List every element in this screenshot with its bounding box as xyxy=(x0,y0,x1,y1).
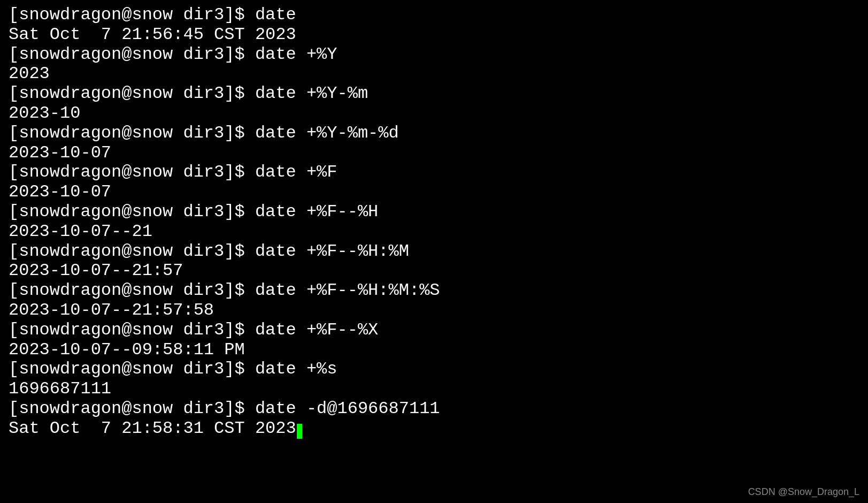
terminal-output-line: 2023-10-07--21:57 xyxy=(9,261,859,281)
terminal-prompt: [snowdragon@snow dir3]$ date +%Y-%m-%d xyxy=(9,124,859,143)
terminal-prompt: [snowdragon@snow dir3]$ date +%Y-%m xyxy=(9,84,859,104)
terminal-output-line: 2023-10 xyxy=(9,104,859,124)
terminal-output-line: 2023-10-07 xyxy=(9,182,859,202)
terminal-prompt: [snowdragon@snow dir3]$ date +%F--%H:%M xyxy=(9,242,859,262)
terminal-prompt: [snowdragon@snow dir3]$ date +%F--%H:%M:… xyxy=(9,281,859,301)
terminal-output-line: Sat Oct 7 21:56:45 CST 2023 xyxy=(9,25,859,45)
terminal-output-line: 2023-10-07--21:57:58 xyxy=(9,301,859,321)
terminal-prompt: [snowdragon@snow dir3]$ date +%F--%H xyxy=(9,202,859,222)
terminal-output: [snowdragon@snow dir3]$ dateSat Oct 7 21… xyxy=(9,5,859,439)
terminal-prompt: [snowdragon@snow dir3]$ date +%F xyxy=(9,163,859,182)
terminal-output-line: 2023 xyxy=(9,64,859,84)
terminal-cursor xyxy=(297,424,302,439)
terminal-window: [snowdragon@snow dir3]$ dateSat Oct 7 21… xyxy=(0,0,868,503)
watermark: CSDN @Snow_Dragon_L xyxy=(748,486,859,498)
terminal-prompt: [snowdragon@snow dir3]$ date -d@16966871… xyxy=(9,399,859,419)
terminal-output-line: 1696687111 xyxy=(9,379,859,399)
terminal-prompt: [snowdragon@snow dir3]$ date +%F--%X xyxy=(9,321,859,340)
terminal-output-line: 2023-10-07--21 xyxy=(9,222,859,242)
terminal-output-line: 2023-10-07 xyxy=(9,143,859,163)
terminal-prompt: [snowdragon@snow dir3]$ date xyxy=(9,5,859,25)
terminal-output-line: 2023-10-07--09:58:11 PM xyxy=(9,340,859,360)
terminal-prompt: [snowdragon@snow dir3]$ date +%s xyxy=(9,360,859,379)
terminal-output-line: Sat Oct 7 21:58:31 CST 2023 xyxy=(9,419,859,439)
terminal-prompt: [snowdragon@snow dir3]$ date +%Y xyxy=(9,45,859,65)
